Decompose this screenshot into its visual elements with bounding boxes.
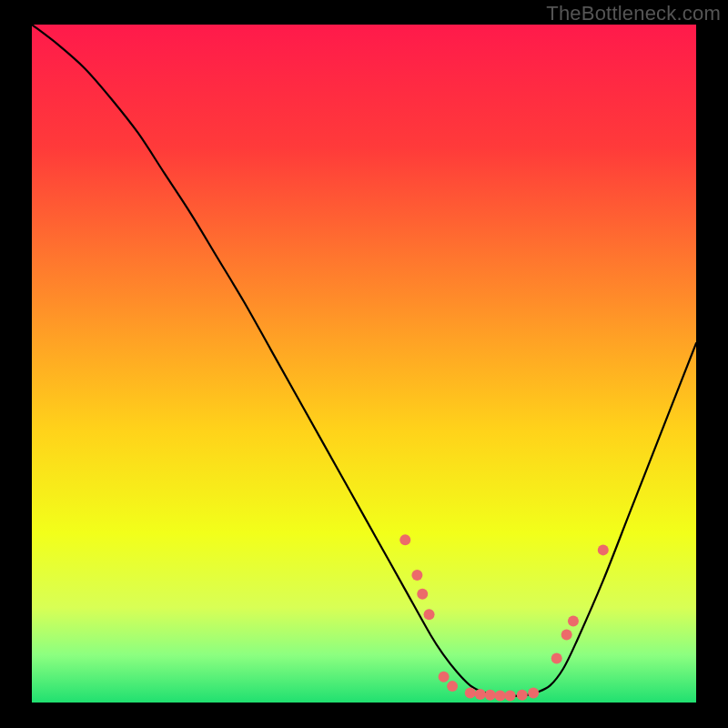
curve-marker <box>561 630 572 641</box>
gradient-background <box>32 25 696 703</box>
curve-marker <box>417 589 428 600</box>
curve-marker <box>551 653 562 664</box>
curve-marker <box>447 681 458 692</box>
curve-marker <box>505 691 516 702</box>
chart-frame: TheBottleneck.com <box>0 0 728 728</box>
bottleneck-chart <box>32 25 696 703</box>
curve-marker <box>517 690 528 701</box>
attribution-label: TheBottleneck.com <box>546 2 721 25</box>
curve-marker <box>424 609 435 620</box>
curve-marker <box>568 616 579 627</box>
curve-marker <box>528 688 539 699</box>
curve-marker <box>465 688 476 699</box>
curve-marker <box>598 544 609 555</box>
curve-marker <box>495 691 506 702</box>
curve-marker <box>411 570 422 581</box>
curve-marker <box>485 690 496 701</box>
curve-marker <box>475 689 486 700</box>
curve-marker <box>439 672 450 682</box>
curve-marker <box>399 534 410 545</box>
plot-area <box>32 25 696 703</box>
